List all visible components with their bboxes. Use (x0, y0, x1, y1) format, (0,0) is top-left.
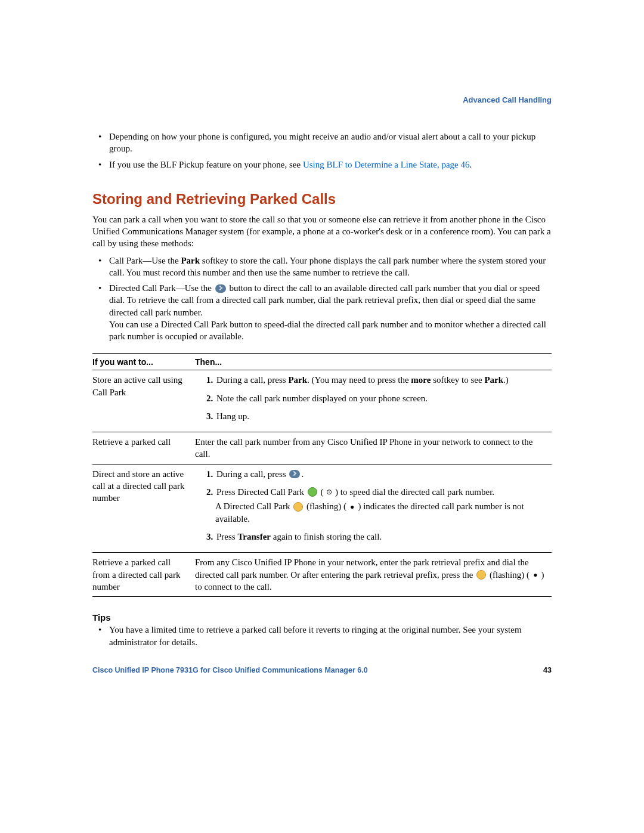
intro-bullet-2: If you use the BLF Pickup feature on you… (92, 159, 552, 171)
r4-then: From any Cisco Unified IP Phone in your … (195, 553, 552, 597)
t: Park (484, 375, 503, 385)
intro-b2-before: If you use the BLF Pickup feature on you… (109, 160, 303, 169)
intro-bullet-list: Depending on how your phone is configure… (92, 131, 552, 171)
t: ) to speed dial the directed call park n… (333, 487, 494, 497)
t: During a call, press (216, 469, 288, 479)
t: more (411, 375, 431, 385)
intro-bullet-1: Depending on how your phone is configure… (92, 131, 552, 155)
table-row: Store an active call using Call Park Dur… (92, 370, 552, 432)
t: Press Directed Call Park (216, 487, 306, 497)
table-row: Direct and store an active call at a dir… (92, 464, 552, 553)
r1-then: During a call, press Park. (You may need… (195, 370, 552, 432)
t: (flashing) ( (487, 570, 532, 580)
t: (flashing) ( (304, 501, 349, 511)
tips-heading: Tips (92, 612, 552, 623)
t: Press (216, 532, 237, 541)
col-header-then: Then... (195, 354, 552, 370)
green-led-icon (308, 487, 317, 497)
t: .) (503, 375, 509, 385)
method-list: Call Park—Use the Park softkey to store … (92, 255, 552, 343)
r3-then: During a call, press . Press Directed Ca… (195, 464, 552, 553)
footer-page-number: 43 (543, 666, 552, 674)
m1a: Call Park—Use the (109, 256, 181, 265)
tips-list: You have a limited time to retrieve a pa… (92, 624, 552, 648)
r3-want: Direct and store an active call at a dir… (92, 464, 195, 553)
footer-doc-title: Cisco Unified IP Phone 7931G for Cisco U… (92, 666, 368, 674)
ring-filled-icon: ● (349, 503, 356, 510)
section-intro-para: You can park a call when you want to sto… (92, 213, 552, 250)
r2-then: Enter the call park number from any Cisc… (195, 432, 552, 465)
r1-step1: During a call, press Park. (You may need… (215, 374, 547, 386)
tip-1: You have a limited time to retrieve a pa… (92, 624, 552, 648)
r3-step2: Press Directed Call Park ( ⊙ ) to speed … (215, 486, 547, 498)
transfer-icon (289, 470, 300, 478)
t: again to finish storing the call. (271, 532, 382, 541)
r4-want: Retrieve a parked call from a directed c… (92, 553, 195, 597)
m2c: You can use a Directed Call Park button … (109, 320, 546, 341)
r1-step2: Note the call park number displayed on y… (215, 392, 547, 404)
method-call-park: Call Park—Use the Park softkey to store … (92, 255, 552, 279)
m1b: Park (181, 256, 200, 265)
r1-want: Store an active call using Call Park (92, 370, 195, 432)
t: Park (288, 375, 307, 385)
table-row: Retrieve a parked call from a directed c… (92, 553, 552, 597)
section-title: Storing and Retrieving Parked Calls (92, 191, 552, 208)
t: . (You may need to press the (307, 375, 411, 385)
amber-led-icon (476, 570, 486, 580)
table-row: Retrieve a parked call Enter the call pa… (92, 432, 552, 465)
r3-step1: During a call, press . (215, 468, 547, 480)
t: softkey to see (431, 375, 484, 385)
r1-step3: Hang up. (215, 410, 547, 422)
instructions-table: If you want to... Then... Store an activ… (92, 353, 552, 597)
m2a: Directed Call Park—Use the (109, 283, 214, 293)
page-footer: Cisco Unified IP Phone 7931G for Cisco U… (92, 666, 552, 674)
amber-led-icon (293, 502, 303, 512)
r2-want: Retrieve a parked call (92, 432, 195, 465)
method-directed-call-park: Directed Call Park—Use the button to dir… (92, 282, 552, 342)
ring-open-icon: ⊙ (326, 488, 333, 496)
t: During a call, press (216, 375, 288, 385)
t: Transfer (237, 532, 271, 541)
ring-filled-icon: ● (532, 571, 539, 578)
transfer-icon (215, 284, 226, 293)
t: A Directed Call Park (215, 501, 292, 511)
col-header-want: If you want to... (92, 354, 195, 370)
intro-b2-after: . (469, 160, 472, 169)
blf-link[interactable]: Using BLF to Determine a Line State, pag… (303, 160, 470, 169)
t: ( (318, 487, 326, 497)
page-header-section: Advanced Call Handling (92, 95, 552, 104)
r3-step3: Press Transfer again to finish storing t… (215, 531, 547, 543)
r3-note: A Directed Call Park (flashing) ( ● ) in… (215, 500, 547, 525)
